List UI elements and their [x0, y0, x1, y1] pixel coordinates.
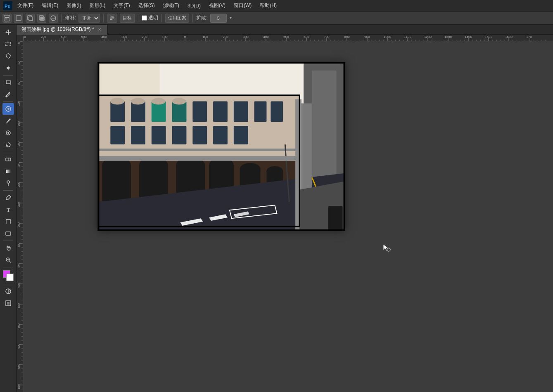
healing-tool[interactable] — [2, 103, 14, 115]
svg-point-73 — [266, 166, 283, 176]
tool-sep6 — [3, 267, 13, 267]
color-swatches — [2, 269, 14, 282]
mode-select[interactable]: 正常 — [78, 14, 100, 23]
svg-rect-55 — [131, 126, 145, 144]
brush-tool[interactable] — [2, 115, 14, 127]
svg-rect-59 — [213, 126, 228, 144]
menu-image[interactable]: 图像(I) — [63, 1, 84, 10]
menu-select[interactable]: 选择(S) — [135, 1, 158, 10]
crop-tool[interactable] — [2, 77, 14, 88]
svg-text:T: T — [7, 207, 10, 213]
quick-mask-btn[interactable] — [2, 286, 14, 297]
eraser-tool[interactable] — [2, 153, 14, 165]
svg-rect-54 — [110, 126, 125, 144]
tool-sep1 — [3, 75, 13, 76]
main-area: T 漫画效果.jpg @ 1 — [0, 25, 553, 392]
tool-preset-btn[interactable] — [2, 14, 12, 23]
ruler-corner — [17, 35, 23, 41]
source-radio[interactable]: 源 — [107, 14, 117, 23]
separator5 — [192, 14, 193, 22]
spread-input[interactable] — [210, 14, 227, 23]
patch-mode-icon2[interactable] — [26, 14, 35, 23]
svg-point-51 — [131, 98, 145, 105]
svg-rect-57 — [172, 126, 187, 144]
svg-rect-82 — [98, 156, 299, 161]
tab-bar: 漫画效果.jpg @ 100%(RGB/8#) * ✕ — [17, 25, 553, 35]
menu-filter[interactable]: 滤镜(T) — [160, 1, 183, 10]
svg-point-23 — [7, 181, 9, 183]
svg-rect-45 — [192, 102, 207, 122]
svg-rect-7 — [29, 17, 33, 21]
text-tool[interactable]: T — [2, 204, 14, 215]
path-select-tool[interactable] — [2, 216, 14, 227]
tab-title: 漫画效果.jpg @ 100%(RGB/8#) * — [21, 26, 94, 33]
svg-rect-5 — [16, 16, 21, 21]
menu-text[interactable]: 文字(T) — [110, 1, 133, 10]
ruler-vertical — [17, 41, 23, 392]
document-tab[interactable]: 漫画效果.jpg @ 100%(RGB/8#) * ✕ — [17, 25, 108, 35]
menu-file[interactable]: 文件(F) — [14, 1, 37, 10]
eyedropper-tool[interactable] — [2, 89, 14, 100]
shape-tool[interactable] — [2, 228, 14, 239]
tool-sep3 — [3, 152, 13, 152]
menu-view[interactable]: 视图(V) — [206, 1, 229, 10]
svg-rect-60 — [234, 126, 248, 144]
tab-close-btn[interactable]: ✕ — [97, 27, 102, 33]
svg-rect-22 — [6, 170, 11, 173]
menu-bar: Ps 文件(F) 编辑(E) 图像(I) 图层(L) 文字(T) 选择(S) 滤… — [0, 0, 553, 12]
spread-label: 扩散: — [196, 14, 207, 21]
svg-rect-3 — [5, 17, 9, 18]
svg-marker-87 — [383, 244, 388, 251]
spread-dropdown[interactable]: ▼ — [229, 16, 233, 20]
ruler-h-canvas — [23, 35, 553, 41]
transparent-checkbox[interactable] — [142, 15, 147, 21]
menu-layer[interactable]: 图层(L) — [86, 1, 109, 10]
hand-tool[interactable] — [2, 242, 14, 254]
history-brush-tool[interactable] — [2, 139, 14, 151]
canvas-area: 漫画效果.jpg @ 100%(RGB/8#) * ✕ — [17, 25, 553, 392]
menu-help[interactable]: 帮助(H) — [256, 1, 280, 10]
svg-rect-4 — [5, 19, 7, 19]
lasso-tool[interactable] — [2, 50, 14, 62]
background-color[interactable] — [6, 274, 14, 281]
repair-label: 修补: — [65, 14, 76, 21]
move-tool[interactable] — [2, 26, 14, 38]
use-pattern-btn[interactable]: 使用图案 — [165, 14, 189, 23]
svg-rect-13 — [6, 42, 11, 46]
svg-point-88 — [387, 248, 390, 251]
pen-tool[interactable] — [2, 192, 14, 203]
svg-point-52 — [152, 98, 166, 105]
tool-sep7 — [3, 284, 13, 284]
menu-window[interactable]: 窗口(W) — [230, 1, 255, 10]
select-rect-tool[interactable] — [2, 38, 14, 50]
separator2 — [103, 14, 104, 22]
svg-point-71 — [240, 163, 261, 175]
svg-point-19 — [7, 132, 9, 134]
transparent-label: 透明 — [148, 14, 158, 21]
separator4 — [161, 14, 162, 22]
patch-mode-icon1[interactable] — [14, 14, 23, 23]
gradient-tool[interactable] — [2, 165, 14, 177]
patch-mode-icon3[interactable] — [37, 14, 46, 23]
menu-3d[interactable]: 3D(D) — [184, 2, 204, 10]
photoshop-canvas — [97, 62, 345, 231]
cursor-indicator — [382, 243, 391, 252]
tool-sep2 — [3, 102, 13, 102]
menu-edit[interactable]: 编辑(E) — [38, 1, 62, 10]
zoom-tool[interactable] — [2, 254, 14, 266]
svg-rect-61 — [98, 149, 299, 151]
ruler-horizontal — [23, 35, 553, 41]
canvas-scroll[interactable] — [23, 41, 553, 392]
svg-rect-48 — [254, 102, 267, 122]
patch-mode-icon4[interactable] — [49, 14, 58, 23]
clone-tool[interactable] — [2, 127, 14, 139]
dodge-tool[interactable] — [2, 177, 14, 189]
toolbar: T — [0, 25, 17, 392]
svg-rect-58 — [192, 126, 207, 144]
tool-sep4 — [3, 190, 13, 191]
transparent-checkbox-label[interactable]: 透明 — [142, 14, 158, 21]
svg-rect-46 — [213, 102, 228, 122]
target-radio[interactable]: 目标 — [120, 14, 135, 23]
screen-mode-btn[interactable] — [2, 298, 14, 309]
magic-wand-tool[interactable] — [2, 62, 14, 74]
